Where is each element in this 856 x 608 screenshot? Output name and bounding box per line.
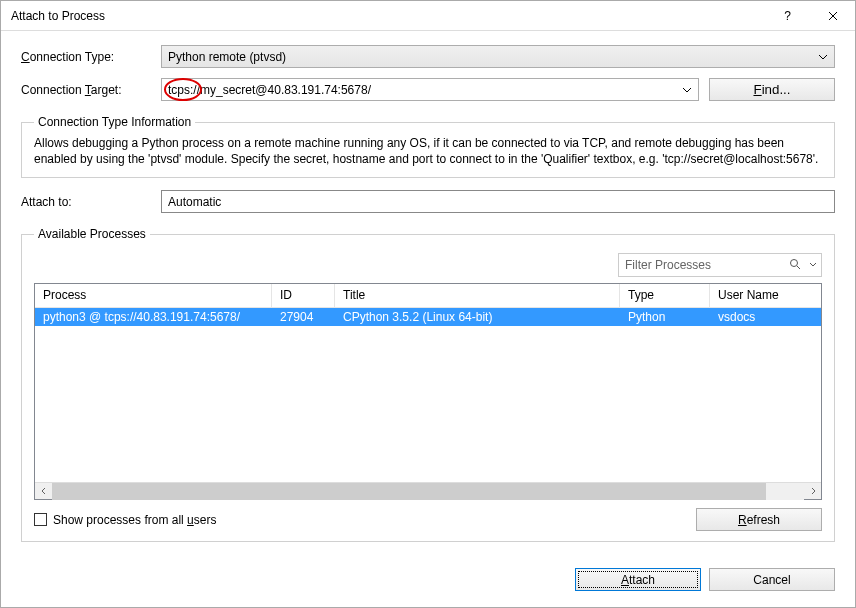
attach-button[interactable]: Attach <box>575 568 701 591</box>
window-title: Attach to Process <box>11 9 765 23</box>
scroll-track[interactable] <box>52 483 804 500</box>
scroll-right-icon[interactable] <box>804 483 821 500</box>
connection-target-label: Connection Target: <box>21 83 161 97</box>
col-title[interactable]: Title <box>335 284 620 307</box>
col-type[interactable]: Type <box>620 284 710 307</box>
refresh-button[interactable]: Refresh <box>696 508 822 531</box>
filter-processes-input[interactable]: Filter Processes <box>618 253 822 277</box>
connection-type-info-text: Allows debugging a Python process on a r… <box>34 135 822 167</box>
col-process[interactable]: Process <box>35 284 272 307</box>
titlebar: Attach to Process ? <box>1 1 855 31</box>
cell-title: CPython 3.5.2 (Linux 64-bit) <box>335 309 620 325</box>
checkbox-icon <box>34 513 47 526</box>
connection-type-info-legend: Connection Type Information <box>34 115 195 129</box>
table-footer-row: Show processes from all users Refresh <box>34 508 822 531</box>
scroll-thumb[interactable] <box>52 483 766 500</box>
chevron-down-icon <box>682 87 692 93</box>
dialog-buttons: Attach Cancel <box>21 568 835 591</box>
scroll-left-icon[interactable] <box>35 483 52 500</box>
table-body: python3 @ tcps://40.83.191.74:5678/ 2790… <box>35 308 821 482</box>
horizontal-scrollbar[interactable] <box>35 482 821 499</box>
cell-type: Python <box>620 309 710 325</box>
attach-to-row: Attach to: Automatic <box>21 190 835 213</box>
connection-type-value: Python remote (ptvsd) <box>168 50 286 64</box>
col-id[interactable]: ID <box>272 284 335 307</box>
available-processes-group: Available Processes Filter Processes Pro… <box>21 227 835 542</box>
connection-target-row: Connection Target: tcps://my_secret@40.8… <box>21 78 835 101</box>
cell-process: python3 @ tcps://40.83.191.74:5678/ <box>35 309 272 325</box>
filter-placeholder: Filter Processes <box>625 258 711 272</box>
processes-table[interactable]: Process ID Title Type User Name python3 … <box>34 283 822 500</box>
attach-to-process-dialog: Attach to Process ? Connection Type: Pyt… <box>0 0 856 608</box>
svg-point-0 <box>791 259 798 266</box>
connection-type-combo[interactable]: Python remote (ptvsd) <box>161 45 835 68</box>
close-button[interactable] <box>810 1 855 31</box>
help-icon: ? <box>784 9 791 23</box>
cancel-button[interactable]: Cancel <box>709 568 835 591</box>
col-user[interactable]: User Name <box>710 284 821 307</box>
cell-user: vsdocs <box>710 309 821 325</box>
search-icon <box>789 258 801 273</box>
attach-to-value: Automatic <box>161 190 835 213</box>
chevron-down-icon <box>818 54 828 60</box>
filter-row: Filter Processes <box>34 253 822 277</box>
show-all-users-checkbox[interactable]: Show processes from all users <box>34 513 696 527</box>
help-button[interactable]: ? <box>765 1 810 31</box>
connection-target-value: tcps://my_secret@40.83.191.74:5678/ <box>168 83 371 97</box>
table-row[interactable]: python3 @ tcps://40.83.191.74:5678/ 2790… <box>35 308 821 326</box>
connection-target-input[interactable]: tcps://my_secret@40.83.191.74:5678/ <box>161 78 699 101</box>
table-header: Process ID Title Type User Name <box>35 284 821 308</box>
chevron-down-icon <box>809 258 817 272</box>
close-icon <box>828 11 838 21</box>
connection-type-label: Connection Type: <box>21 50 161 64</box>
connection-type-info-group: Connection Type Information Allows debug… <box>21 115 835 178</box>
dialog-content: Connection Type: Python remote (ptvsd) C… <box>1 31 855 607</box>
attach-to-label: Attach to: <box>21 195 161 209</box>
available-processes-legend: Available Processes <box>34 227 150 241</box>
connection-type-row: Connection Type: Python remote (ptvsd) <box>21 45 835 68</box>
cell-id: 27904 <box>272 309 335 325</box>
find-button[interactable]: Find... <box>709 78 835 101</box>
